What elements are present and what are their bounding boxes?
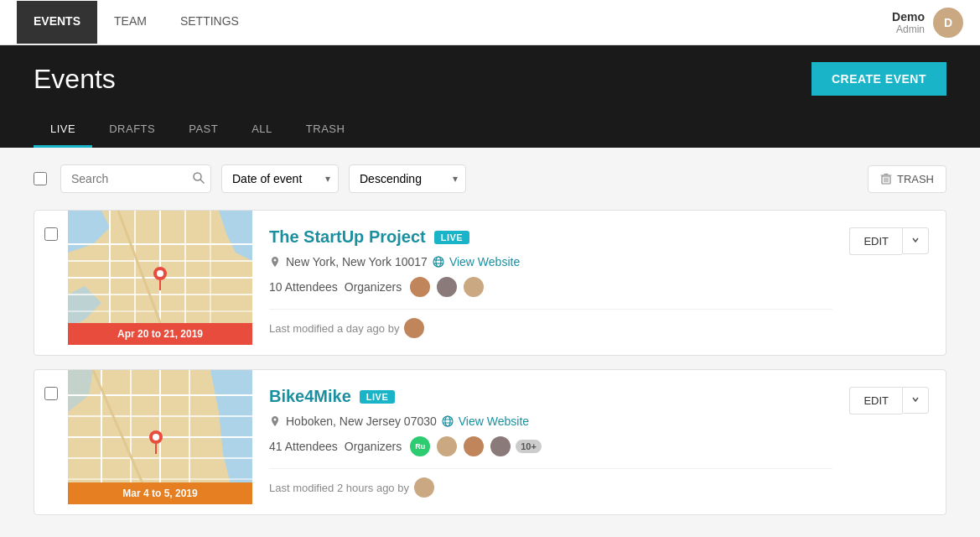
card-checkbox-area-2	[34, 370, 68, 514]
trash-label: TRASH	[897, 173, 934, 185]
organizer-count-badge: 10+	[516, 440, 542, 453]
svg-point-25	[436, 257, 441, 267]
event-1-website-link[interactable]: View Website	[449, 255, 520, 268]
svg-point-43	[443, 416, 453, 426]
header-banner: Events CREATE EVENT LIVE DRAFTS PAST ALL…	[0, 45, 980, 148]
event-2-modified-text: Last modified 2 hours ago by	[269, 482, 409, 494]
organizer-avatar-1c	[462, 275, 485, 299]
event-2-edit-area: EDIT	[849, 370, 946, 514]
order-select[interactable]: Descending Ascending	[349, 164, 466, 193]
search-box	[60, 164, 211, 193]
chevron-down-icon-1	[911, 236, 920, 244]
event-2-info: Bike4Mike LIVE Hoboken, New Jersey 07030…	[252, 370, 849, 514]
organizer-avatar-2a: Ru	[408, 435, 432, 458]
page-title: Events	[34, 64, 116, 95]
svg-point-23	[274, 259, 277, 262]
event-2-edit-dropdown[interactable]	[902, 387, 929, 414]
event-2-checkbox[interactable]	[44, 387, 58, 400]
user-avatar: D	[933, 8, 963, 38]
svg-point-24	[433, 257, 443, 267]
separator-2	[269, 468, 832, 469]
event-2-avatars: Ru 10+	[408, 435, 542, 458]
chevron-down-icon-2	[911, 395, 920, 404]
event-2-title-row: Bike4Mike LIVE	[269, 387, 832, 406]
nav-team[interactable]: TEAM	[97, 1, 163, 44]
event-1-edit-area: EDIT	[849, 211, 946, 355]
card-checkbox-area-1	[34, 211, 68, 355]
event-1-map: Apr 20 to 21, 2019	[68, 211, 252, 345]
svg-point-40	[153, 434, 159, 441]
trash-button[interactable]: TRASH	[868, 165, 946, 193]
event-1-modified-text: Last modified a day ago by	[269, 322, 399, 335]
user-role: Admin	[892, 23, 925, 35]
event-2-map: Mar 4 to 5, 2019	[68, 370, 252, 504]
event-1-edit-button[interactable]: EDIT	[849, 227, 902, 255]
location-icon-1	[269, 256, 281, 268]
search-icon	[193, 172, 205, 184]
tab-all[interactable]: ALL	[235, 112, 289, 148]
tab-past[interactable]: PAST	[172, 112, 235, 148]
event-2-organizers: 41 Attendees Organizers Ru 10+	[269, 435, 832, 458]
event-1-title-row: The StartUp Project LIVE	[269, 227, 832, 247]
event-1-avatars	[408, 275, 485, 299]
select-all-checkbox[interactable]	[34, 172, 47, 185]
nav-links: EVENTS TEAM SETTINGS	[17, 1, 256, 44]
event-2-date-badge: Mar 4 to 5, 2019	[68, 482, 252, 504]
user-text: Demo Admin	[892, 10, 925, 35]
toolbar: Date of event Title Created date Descend…	[34, 164, 946, 193]
event-1-info: The StartUp Project LIVE New York, New Y…	[252, 211, 849, 355]
organizer-avatar-2d	[489, 435, 512, 458]
tab-live[interactable]: LIVE	[34, 112, 92, 148]
event-2-mod-avatar	[414, 477, 434, 498]
sort-select-wrapper: Date of event Title Created date	[221, 164, 339, 193]
event-1-modified: Last modified a day ago by	[269, 318, 832, 338]
create-event-button[interactable]: CREATE EVENT	[811, 62, 946, 96]
tab-drafts[interactable]: DRAFTS	[92, 112, 172, 148]
nav-events[interactable]: EVENTS	[17, 1, 97, 44]
globe-icon-1	[433, 256, 444, 268]
top-nav: EVENTS TEAM SETTINGS Demo Admin D	[0, 0, 980, 45]
event-1-location-text: New York, New York 10017	[286, 255, 428, 268]
header-top: Events CREATE EVENT	[34, 62, 946, 112]
event-2-title: Bike4Mike	[269, 387, 351, 406]
organizer-avatar-1a	[408, 275, 432, 299]
tab-bar: LIVE DRAFTS PAST ALL TRASH	[34, 112, 946, 148]
nav-settings[interactable]: SETTINGS	[163, 1, 256, 44]
organizer-avatar-1b	[435, 275, 459, 299]
order-select-wrapper: Descending Ascending	[349, 164, 466, 193]
event-1-attendees: 10 Attendees	[269, 280, 338, 294]
event-card-2: Mar 4 to 5, 2019 Bike4Mike LIVE Hoboken,…	[34, 369, 946, 515]
organizer-avatar-2c	[462, 435, 485, 458]
event-1-location: New York, New York 10017 View Website	[269, 255, 832, 268]
user-info: Demo Admin D	[892, 8, 963, 38]
tab-trash[interactable]: TRASH	[289, 112, 362, 148]
event-2-edit-button[interactable]: EDIT	[849, 387, 902, 414]
event-card-1: Apr 20 to 21, 2019 The StartUp Project L…	[34, 210, 946, 356]
event-2-org-label: Organizers	[345, 440, 402, 453]
search-input[interactable]	[60, 164, 211, 193]
event-2-website-link[interactable]: View Website	[459, 414, 529, 428]
event-2-live-badge: LIVE	[360, 390, 395, 404]
event-2-location-text: Hoboken, New Jersey 07030	[286, 414, 437, 428]
event-1-mod-avatar	[404, 318, 424, 338]
search-icon-button[interactable]	[193, 172, 205, 186]
globe-icon-2	[442, 415, 454, 427]
event-1-checkbox[interactable]	[44, 227, 58, 241]
organizer-avatar-2b	[435, 435, 459, 458]
event-1-edit-dropdown[interactable]	[902, 227, 929, 254]
event-2-attendees: 41 Attendees	[269, 440, 338, 453]
event-1-organizers: 10 Attendees Organizers	[269, 275, 832, 299]
event-1-live-badge: LIVE	[434, 231, 469, 244]
svg-point-21	[157, 270, 163, 277]
user-name: Demo	[892, 10, 925, 23]
trash-icon	[880, 173, 892, 185]
event-1-title: The StartUp Project	[269, 227, 426, 247]
event-1-org-label: Organizers	[345, 280, 402, 294]
event-2-modified: Last modified 2 hours ago by	[269, 477, 832, 498]
event-2-location: Hoboken, New Jersey 07030 View Website	[269, 414, 832, 428]
main-content: Date of event Title Created date Descend…	[0, 148, 980, 537]
sort-select[interactable]: Date of event Title Created date	[221, 164, 339, 193]
separator-1	[269, 309, 832, 310]
svg-line-1	[200, 180, 204, 183]
location-icon-2	[269, 415, 281, 427]
